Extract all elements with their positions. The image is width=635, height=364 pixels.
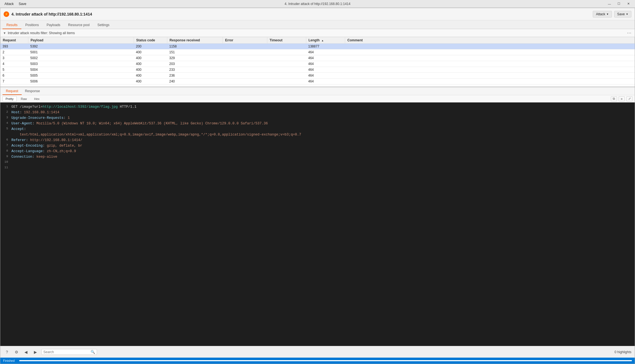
col-header-error[interactable]: Error [223,37,267,44]
tab-resource-pool[interactable]: Resource pool [64,21,93,29]
title-bar-menu: Attack Save [2,1,29,6]
title-bar-center-title: 4. Intruder attack of http://192.168.80.… [285,2,350,6]
close-button[interactable]: ✕ [624,1,633,7]
table-cell: 1158 [167,44,223,49]
table-cell [223,84,267,86]
line-content: text/html,application/xhtml+xml,applicat… [11,132,635,137]
code-line: 2Host: 192.168.80.1:1414 [0,110,635,115]
copy-button[interactable]: ⧉ [611,96,617,101]
table-cell [223,67,267,73]
tab-payloads[interactable]: Payloads [43,21,64,29]
results-table-tbody: 3935392200115813887725001400151464350024… [0,44,635,85]
table-scroll[interactable]: 3935392200115813887725001400151464350024… [0,44,635,85]
window-title: ⚡ 4. Intruder attack of http://192.168.8… [4,11,92,17]
col-header-comment[interactable]: Comment [345,37,635,44]
search-input[interactable] [43,350,91,354]
code-line: 3Upgrade-Insecure-Requests: 1 [0,115,635,121]
back-button[interactable]: ◀ [23,349,29,355]
line-content: Host: 192.168.80.1:1414 [11,110,635,115]
col-header-response[interactable]: Response received [167,37,223,44]
table-row[interactable]: 85007400203464 [0,84,635,86]
table-cell: 464 [306,67,345,73]
table-row[interactable]: 39353922001158138877 [0,44,635,49]
table-row[interactable]: 75006400240464 [0,79,635,84]
col-header-status[interactable]: Status code [134,37,167,44]
settings-button[interactable]: ⚙ [13,349,20,355]
expand-button[interactable]: ⤢ [626,96,632,101]
help-button[interactable]: ? [4,349,10,355]
table-row[interactable]: 35002400329464 [0,55,635,61]
table-cell: 464 [306,79,345,84]
code-panel[interactable]: 1GET /image?url=http://localhost:5392/im… [0,102,635,346]
code-tab-hex[interactable]: Hex [31,96,43,102]
tab-results[interactable]: Results [3,21,21,29]
col-header-timeout[interactable]: Timeout [267,37,306,44]
table-row[interactable]: 55004400233464 [0,67,635,73]
forward-button[interactable]: ▶ [32,349,39,355]
table-cell: 5005 [28,73,134,79]
table-cell: 400 [134,73,167,79]
table-cell [223,61,267,67]
menu-attack[interactable]: Attack [2,1,16,6]
table-cell [223,49,267,55]
col-header-status-label: Status code [136,38,155,42]
search-box[interactable]: 🔍 [41,349,97,355]
minimize-button[interactable]: — [605,1,614,7]
table-row[interactable]: 65005400236464 [0,73,635,79]
menu-save[interactable]: Save [16,1,28,6]
tab-positions[interactable]: Positions [21,21,43,29]
table-cell: 464 [306,55,345,61]
table-cell: 138877 [306,44,345,49]
status-progress-bar [19,360,632,361]
table-row[interactable]: 45003400203464 [0,61,635,67]
table-cell: 5006 [28,79,134,84]
table-cell [223,55,267,61]
title-bar: Attack Save 4. Intruder attack of http:/… [0,0,635,8]
bottom-bar: ? ⚙ ◀ ▶ 🔍 0 highlights [0,346,635,358]
col-header-timeout-label: Timeout [270,38,282,42]
line-content: Upgrade-Insecure-Requests: 1 [11,115,635,121]
code-view-tabs: Pretty Raw Hex ⧉ ≡ ⤢ [0,95,635,102]
highlights-label: 0 highlights [614,350,631,354]
filter-bar: ▼ Intruder attack results filter: Showin… [0,29,635,37]
main-tabs-bar: Results Positions Payloads Resource pool… [0,20,635,29]
table-cell [345,84,635,86]
table-cell [267,44,306,49]
col-header-length[interactable]: Length ▲ [306,37,345,44]
table-row[interactable]: 25001400151464 [0,49,635,55]
code-tab-raw[interactable]: Raw [18,96,30,102]
col-header-length-label: Length [308,38,320,42]
code-tabs-left: Pretty Raw Hex [3,96,43,102]
line-number: 11 [0,165,11,170]
code-line: 9Connection: keep-alive [0,154,635,160]
table-cell: 3 [0,55,28,61]
table-cell: 464 [306,84,345,86]
code-tab-pretty[interactable]: Pretty [3,96,17,102]
code-line: 11 [0,165,635,171]
maximize-button[interactable]: ☐ [614,1,623,7]
line-content: GET /image?url=http://localhost:5392/ima… [11,104,635,110]
main-window: ⚡ 4. Intruder attack of http://192.168.8… [0,8,635,364]
line-content: Accept-Encoding: gzip, deflate, br [11,143,635,149]
tab-response[interactable]: Response [22,88,43,95]
tab-settings[interactable]: Settings [93,21,113,29]
tab-request[interactable]: Request [3,88,22,95]
table-cell: 240 [167,79,223,84]
line-number: 6 [0,137,11,142]
col-header-payload[interactable]: Payload [28,37,134,44]
filter-icon: ▼ [3,31,6,35]
results-table: Request Payload Status code Response rec… [0,37,635,44]
line-number: 10 [0,160,11,165]
code-line: 4User-Agent: Mozilla/5.0 (Windows NT 10.… [0,121,635,126]
title-bar-left: Attack Save [2,1,29,6]
filter-more-icon[interactable]: ⋯ [627,30,632,36]
col-header-request[interactable]: Request [1,37,28,44]
filter-text[interactable]: ▼ Intruder attack results filter: Showin… [3,31,75,35]
col-header-request-label: Request [3,38,16,42]
save-button[interactable]: Save ▼ [614,11,631,17]
table-cell: 8 [0,84,28,86]
attack-button[interactable]: Attack ▼ [593,11,612,17]
wrap-button[interactable]: ≡ [619,96,625,101]
bottom-bar-right: 0 highlights [614,350,631,354]
line-content: Accept-Language: zh-CN,zh;q=0.9 [11,149,635,154]
